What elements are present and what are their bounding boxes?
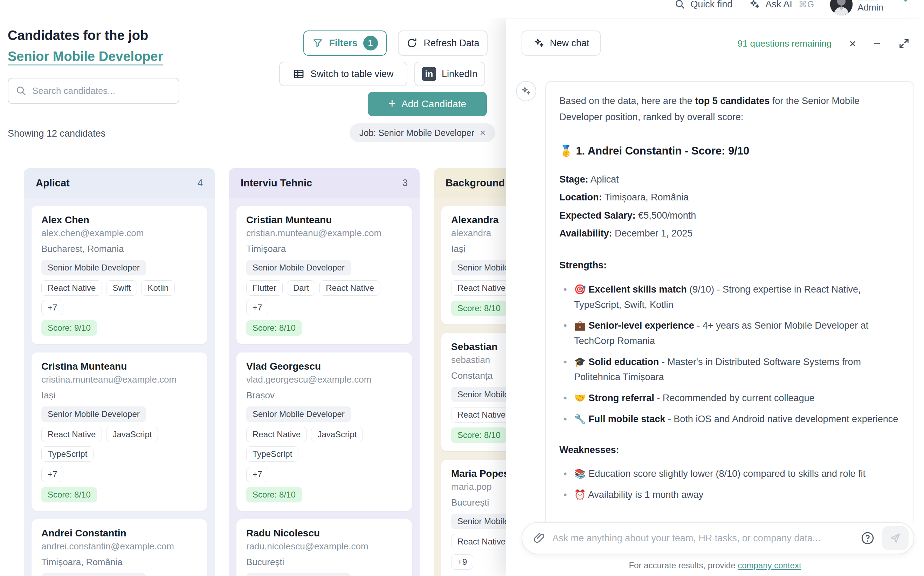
paperclip-icon[interactable] [533,532,545,544]
top-bar: Quick find Ask AI ⌘G Admin [0,0,924,18]
score-badge: Score: 8/10 [451,301,507,316]
score-badge: Score: 8/10 [42,487,97,502]
refresh-data-button[interactable]: Refresh Data [398,30,488,56]
switch-to-table-view-button[interactable]: Switch to table view [279,62,408,86]
candidate-email: vlad.georgescu@example.com [246,374,402,385]
questions-remaining: 91 questions remaining [737,38,831,49]
help-icon[interactable] [860,531,875,546]
score-badge: Score: 8/10 [246,487,302,502]
list-item: 🤝 Strong referral - Recommended by curre… [560,390,900,406]
expand-icon[interactable] [898,37,910,50]
showing-count: Showing 12 candidates [8,128,106,139]
chat-input-bar [521,522,914,554]
candidate-card[interactable]: Radu Nicolescu radu.nicolescu@example.co… [237,519,412,576]
refresh-label: Refresh Data [424,38,479,49]
medal-icon: 🥇 [560,145,573,157]
minimize-icon[interactable]: − [874,37,881,50]
sparkles-icon [533,37,545,49]
candidate-name: Cristian Munteanu [246,214,402,226]
candidate-email: cristina.munteanu@example.com [42,374,197,385]
alarm-clock-icon: ⏰ [574,490,586,500]
ask-ai-label: Ask AI [765,0,792,10]
ask-ai-shortcut: ⌘G [799,0,814,10]
wrench-icon: 🔧 [574,414,586,424]
candidate-name: Andrei Constantin [42,528,197,539]
job-filter-chip-label: Job: Senior Mobile Developer [360,128,474,138]
candidate-location: Brașov [246,390,402,401]
ask-ai-button[interactable]: Ask AI ⌘G [748,0,814,10]
new-chat-button[interactable]: New chat [521,30,601,56]
list-item: ⏰ Availability is 1 month away [560,487,900,503]
graduation-cap-icon: 🎓 [574,357,586,367]
skill-tag: Dart [287,280,315,296]
close-icon[interactable]: × [849,37,856,50]
briefcase-icon: 💼 [574,320,586,331]
candidate-email: alex.chen@example.com [42,228,197,238]
remove-filter-icon[interactable]: × [480,127,486,138]
info-salary: Expected Salary: €5,500/month [560,207,900,225]
candidate-location: Timișoara [246,243,402,254]
skill-tag-more: +9 [451,554,473,570]
user-menu[interactable]: Admin [830,0,883,15]
refresh-icon [406,37,418,49]
message-intro: Based on the data, here are the top 5 ca… [560,93,900,125]
candidate-name: Vlad Georgescu [246,361,402,372]
candidate-email: radu.nicolescu@example.com [246,541,402,552]
user-name-clipped [857,0,877,0]
column-body: Alex Chen alex.chen@example.com Buchares… [24,198,215,576]
search-candidates-input[interactable] [32,85,172,96]
candidate-location: București [246,557,402,568]
user-role: Admin [857,2,883,13]
job-tag: Senior Mobile Developer [42,573,146,576]
skill-tag: +7 [246,300,268,315]
candidate-name: Alex Chen [42,214,197,226]
candidate-card[interactable]: Vlad Georgescu vlad.georgescu@example.co… [237,352,412,511]
column-count: 4 [198,178,203,189]
chevron-down-icon[interactable] [900,0,912,6]
info-availability: Availability: December 1, 2025 [560,225,900,242]
filters-label: Filters [329,38,357,49]
search-icon [674,0,686,10]
candidate-card[interactable]: Alex Chen alex.chen@example.com Buchares… [32,206,207,344]
linkedin-icon: in [422,67,436,81]
weaknesses-list: 📚 Education score slightly lower (8/10) … [560,466,900,502]
send-button[interactable] [882,526,909,550]
candidate-card[interactable]: Cristian Munteanu cristian.munteanu@exam… [237,206,412,344]
skill-tag: React Native [42,427,102,442]
job-tag: Senior Mobile Developer [42,406,146,422]
list-item: 🎯 Excellent skills match (9/10) - Strong… [560,282,900,312]
job-filter-chip: Job: Senior Mobile Developer × [350,123,495,142]
skill-tag: Flutter [246,280,283,296]
candidate-email: cristian.munteanu@example.com [246,228,402,238]
quick-find-label: Quick find [691,0,732,10]
chat-input[interactable] [552,533,853,544]
add-candidate-button[interactable]: + Add Candidate [368,92,487,116]
skill-tag: React Native [320,280,380,296]
skill-tag-more: +7 [42,467,63,482]
avatar [830,0,852,15]
candidate-card[interactable]: Andrei Constantin andrei.constantin@exam… [32,519,207,576]
list-item: 💼 Senior-level experience - 4+ years as … [560,318,900,349]
candidate-card[interactable]: Cristina Munteanu cristina.munteanu@exam… [32,352,207,511]
column-aplicat: Aplicat 4 Alex Chen alex.chen@example.co… [24,168,215,576]
weaknesses-title: Weaknesses: [560,442,900,458]
filters-button[interactable]: Filters 1 [303,30,387,56]
candidate-location: Bucharest, Romania [42,243,197,254]
candidate-location: Timișoara, România [42,557,197,568]
search-candidates-box [8,78,179,104]
new-chat-label: New chat [550,38,590,49]
linkedin-button[interactable]: in LinkedIn [414,62,485,86]
job-title-link[interactable]: Senior Mobile Developer [8,49,163,64]
skill-tag-more: +7 [246,467,268,482]
books-icon: 📚 [574,469,586,479]
column-count: 3 [403,178,408,189]
skill-tag: React Native [451,534,512,549]
info-stage: Stage: Aplicat [560,171,900,189]
quick-find-button[interactable]: Quick find [674,0,732,10]
skill-tag: React Native [451,407,512,422]
column-header: Aplicat 4 [24,168,215,198]
column-title: Aplicat [36,177,70,189]
company-context-link[interactable]: company context [738,561,801,570]
table-icon [293,68,305,80]
ai-message-bubble: Based on the data, here are the top 5 ca… [545,81,914,523]
